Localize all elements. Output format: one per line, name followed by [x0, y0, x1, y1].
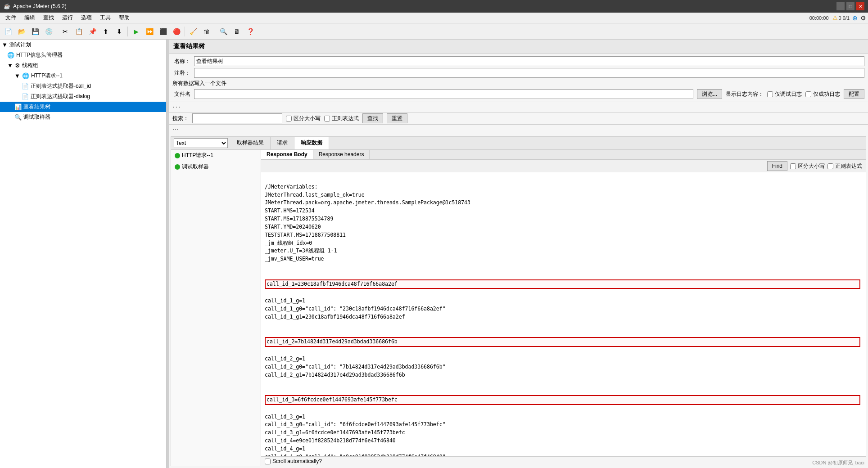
collapse-all-button[interactable]: ⬇ [113, 25, 126, 38]
menu-edit[interactable]: 编辑 [21, 13, 39, 22]
panel-title: 查看结果树 [173, 42, 205, 50]
browse-button[interactable]: 浏览... [697, 89, 722, 99]
tab-response-headers[interactable]: Response headers [313, 150, 370, 159]
debug-log-checkbox-row[interactable]: 仅调试日志 [767, 90, 802, 98]
open-button[interactable]: 📂 [15, 25, 28, 38]
app-icon: ☕ [4, 3, 10, 9]
log-content-label: 显示日志内容： [726, 90, 764, 98]
sampler-tabs: 取样器结果 请求 响应数据 [231, 137, 329, 149]
copy-button[interactable]: 📋 [72, 25, 85, 38]
tab-sampler-results[interactable]: 取样器结果 [231, 137, 271, 149]
help-button[interactable]: ❓ [244, 25, 257, 38]
menu-help[interactable]: 帮助 [115, 13, 133, 22]
menu-run[interactable]: 运行 [59, 13, 77, 22]
success-log-checkbox-row[interactable]: 仅成功日志 [805, 90, 840, 98]
resp-case-checkbox[interactable] [790, 163, 796, 169]
left-panel: ▼ 测试计划 🌐 HTTP信息头管理器 ▼ ⚙ 线程组 ▼ 🌐 HTTP请求--… [0, 40, 167, 468]
sampler-list: HTTP请求--1 调试取样器 [171, 150, 261, 466]
search-toolbar: ··· [169, 102, 868, 112]
menu-options[interactable]: 选项 [77, 13, 95, 22]
write-file-row: 所有数据写入一个文件 [172, 79, 864, 88]
stop-button[interactable]: ⬛ [157, 25, 169, 38]
response-text-jmetervars: /JMeterVariables: JMeterThread.last_samp… [265, 184, 470, 262]
menu-tools[interactable]: 工具 [96, 13, 114, 22]
resp-case-label: 区分大小写 [798, 162, 825, 170]
clear-all-button[interactable]: 🗑 [200, 25, 213, 38]
regex-label: 正则表达式 [332, 115, 359, 122]
success-log-checkbox[interactable] [805, 91, 811, 97]
resp-regex-label: 正则表达式 [835, 162, 862, 170]
close-button[interactable]: ✕ [856, 2, 864, 10]
filename-input[interactable] [194, 89, 693, 99]
response-find-button[interactable]: Find [767, 161, 787, 171]
sampler-label-http: HTTP请求--1 [182, 152, 213, 159]
clear-button[interactable]: 🧹 [187, 25, 199, 38]
tree-item-http-manager[interactable]: 🌐 HTTP信息头管理器 [0, 50, 166, 60]
debug-log-checkbox[interactable] [767, 91, 773, 97]
resp-regex[interactable]: 正则表达式 [827, 162, 862, 170]
tab-response-data[interactable]: 响应数据 [294, 137, 329, 149]
save-button[interactable]: 💾 [29, 25, 41, 38]
tab-request[interactable]: 请求 [271, 137, 294, 149]
status-dot-debug [175, 164, 180, 170]
icon-regex-call-id: 📄 [22, 83, 29, 90]
comment-input[interactable] [194, 68, 864, 78]
tree-item-http-request[interactable]: ▼ 🌐 HTTP请求--1 [0, 71, 166, 81]
tab-response-body[interactable]: Response Body [261, 150, 313, 159]
remote-button[interactable]: 🖥 [231, 25, 243, 38]
cut-button[interactable]: ✂ [59, 25, 72, 38]
dots-separator2: ··· [169, 125, 868, 135]
search-input[interactable] [192, 113, 282, 123]
sep1 [57, 27, 57, 36]
paste-button[interactable]: 📌 [86, 25, 99, 38]
tree-label-http-manager: HTTP信息头管理器 [16, 51, 63, 59]
comment-label: 注释： [172, 69, 190, 77]
resp-case-sensitive[interactable]: 区分大小写 [790, 162, 825, 170]
new-button[interactable]: 📄 [2, 25, 14, 38]
icon-thread-group: ⚙ [15, 62, 20, 69]
resp-regex-checkbox[interactable] [827, 163, 833, 169]
name-label: 名称： [172, 58, 190, 65]
minimize-button[interactable]: — [836, 2, 845, 10]
config-button[interactable]: 配置 [844, 89, 864, 99]
search-button[interactable]: 🔍 [217, 25, 230, 38]
settings-icon: ⚙ [860, 14, 866, 22]
tree-item-regex-dialog[interactable]: 📄 正则表达式提取器-dialog [0, 91, 166, 102]
tree-item-test-plan[interactable]: ▼ 测试计划 [0, 40, 166, 50]
case-sensitive-row[interactable]: 区分大小写 [286, 115, 321, 122]
response-format-select[interactable]: Text HTML JSON XML [174, 138, 228, 148]
scroll-auto-checkbox[interactable] [265, 459, 271, 464]
tree-item-regex-call-id[interactable]: 📄 正则表达式提取器-call_id [0, 81, 166, 91]
title-bar-controls: — □ ✕ [836, 2, 864, 10]
expand-all-button[interactable]: ⬆ [99, 25, 112, 38]
scroll-auto-label: Scroll automatically? [272, 458, 322, 464]
case-sensitive-label: 区分大小写 [294, 115, 321, 122]
find-button[interactable]: 查找 [362, 113, 383, 123]
sampler-item-debug[interactable]: 调试取样器 [171, 161, 261, 172]
tree-label-debug-sampler: 调试取样器 [23, 113, 50, 121]
reset-button[interactable]: 重置 [387, 113, 407, 123]
start-no-pause-button[interactable]: ⏩ [143, 25, 156, 38]
tree-item-thread-group[interactable]: ▼ ⚙ 线程组 [0, 60, 166, 71]
menu-search[interactable]: 查找 [40, 13, 58, 22]
tree-label-regex-call-id: 正则表达式提取器-call_id [31, 82, 91, 90]
file-label: 文件名 [172, 90, 190, 98]
shutdown-button[interactable]: 🔴 [170, 25, 183, 38]
menu-file[interactable]: 文件 [2, 13, 20, 22]
regex-checkbox[interactable] [324, 116, 330, 122]
regex-row[interactable]: 正则表达式 [324, 115, 359, 122]
right-panel: 查看结果树 名称： 注释： 所有数据写入一个文件 文件名 浏览... 显示日志内… [169, 40, 868, 468]
sep2 [127, 27, 128, 36]
maximize-button[interactable]: □ [846, 2, 854, 10]
search-label: 搜索： [172, 115, 189, 122]
scroll-auto-checkbox-row[interactable]: Scroll automatically? [265, 458, 322, 464]
sampler-item-http[interactable]: HTTP请求--1 [171, 150, 261, 161]
case-sensitive-checkbox[interactable] [286, 116, 292, 122]
save-all-button[interactable]: 💿 [42, 25, 55, 38]
name-input[interactable] [194, 56, 864, 66]
tree-item-view-results[interactable]: 📊 查看结果树 [0, 102, 166, 112]
start-button[interactable]: ▶ [130, 25, 142, 38]
tree-item-debug-sampler[interactable]: 🔍 调试取样器 [0, 112, 166, 122]
write-file-label: 所有数据写入一个文件 [172, 80, 226, 87]
success-log-label: 仅成功日志 [813, 90, 840, 98]
